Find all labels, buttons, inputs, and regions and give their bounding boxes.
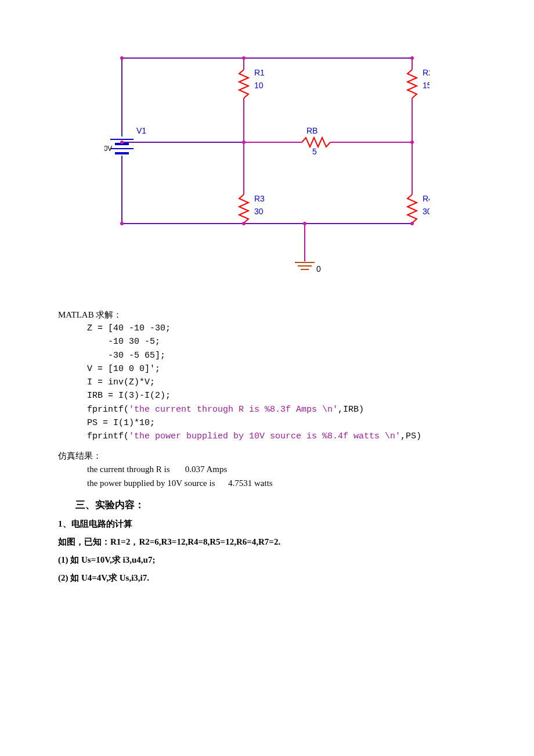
svg-point-35 bbox=[242, 222, 246, 225]
content-q2: (2) 如 U4=4V,求 Us,i3,i7. bbox=[58, 573, 499, 584]
svg-point-29 bbox=[242, 56, 246, 60]
r1-value: 10 bbox=[254, 81, 264, 90]
svg-point-33 bbox=[410, 141, 414, 144]
r2-value: 15 bbox=[423, 81, 430, 90]
ground-label: 0 bbox=[316, 264, 321, 273]
svg-point-30 bbox=[410, 56, 414, 60]
sim-results: the current through R is 0.037 Amps the … bbox=[87, 463, 499, 490]
v1-value: 10V bbox=[104, 145, 112, 153]
code-line-8: PS = I(1)*10; bbox=[87, 418, 155, 428]
r2-label: R2 bbox=[423, 68, 430, 77]
v1-label: V1 bbox=[136, 126, 146, 135]
rb-label: RB bbox=[306, 126, 317, 135]
code-line-6: IRB = I(3)-I(2); bbox=[87, 391, 171, 401]
svg-point-34 bbox=[120, 222, 124, 225]
code-line-2: -10 30 -5; bbox=[87, 337, 160, 347]
code-line-5: I = inv(Z)*V; bbox=[87, 377, 155, 387]
matlab-heading: MATLAB 求解： bbox=[58, 308, 499, 322]
code-line-7a: fprintf( bbox=[87, 405, 129, 415]
code-line-3: -30 -5 65]; bbox=[87, 351, 165, 361]
svg-point-28 bbox=[120, 56, 124, 60]
svg-point-32 bbox=[242, 141, 246, 144]
svg-point-31 bbox=[120, 141, 124, 144]
content-q1: (1) 如 Us=10V,求 i3,u4,u7; bbox=[58, 555, 499, 566]
svg-point-37 bbox=[410, 222, 414, 225]
r3-value: 30 bbox=[254, 207, 264, 216]
code-line-7b: 'the current through R is %8.3f Amps \n' bbox=[129, 405, 338, 415]
r4-value: 30 bbox=[423, 207, 430, 216]
code-line-9c: ,PS) bbox=[400, 431, 421, 441]
svg-point-36 bbox=[303, 222, 306, 225]
result-line-1: the current through R is 0.037 Amps bbox=[87, 465, 227, 474]
circuit-svg: R1 10 R2 15 RB 5 R3 30 bbox=[104, 52, 430, 296]
sim-heading: 仿真结果： bbox=[58, 449, 499, 463]
code-line-9b: 'the power bupplied by 10V source is %8.… bbox=[129, 431, 400, 441]
result-line-2: the power bupplied by 10V source is 4.75… bbox=[87, 478, 273, 488]
content-given: 如图，已知：R1=2，R2=6,R3=12,R4=8,R5=12,R6=4,R7… bbox=[58, 537, 499, 548]
code-line-1: Z = [40 -10 -30; bbox=[87, 323, 171, 333]
matlab-code-block: Z = [40 -10 -30; -10 30 -5; -30 -5 65]; … bbox=[87, 322, 499, 443]
r3-label: R3 bbox=[254, 194, 265, 203]
section-3-heading: 三、实验内容： bbox=[75, 498, 499, 512]
code-line-9a: fprintf( bbox=[87, 431, 129, 441]
r1-label: R1 bbox=[254, 68, 265, 77]
rb-value: 5 bbox=[312, 147, 317, 156]
circuit-diagram: R1 10 R2 15 RB 5 R3 30 bbox=[104, 52, 430, 296]
content-item-1-title: 1、电阻电路的计算 bbox=[58, 519, 499, 530]
code-line-7c: ,IRB) bbox=[338, 405, 364, 415]
r4-label: R4 bbox=[423, 194, 430, 203]
code-line-4: V = [10 0 0]'; bbox=[87, 364, 160, 374]
